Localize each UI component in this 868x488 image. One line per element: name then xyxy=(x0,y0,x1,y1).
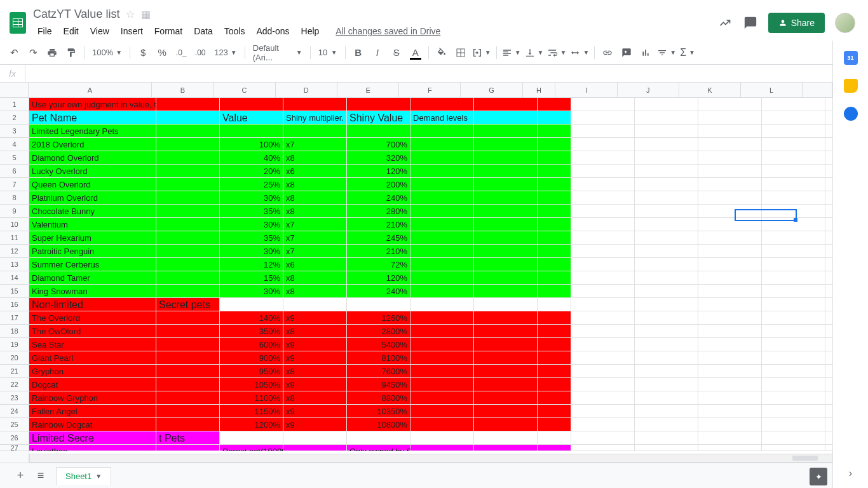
cell[interactable] xyxy=(698,98,762,111)
share-button[interactable]: Share xyxy=(768,13,825,33)
calendar-icon[interactable] xyxy=(844,51,858,65)
cell[interactable]: 1200% xyxy=(220,418,283,431)
col-header[interactable]: C xyxy=(214,83,275,97)
cell[interactable]: 600% xyxy=(220,338,283,351)
cell[interactable]: x8 xyxy=(283,365,347,378)
cell[interactable] xyxy=(571,245,635,258)
row-header[interactable]: 18 xyxy=(0,325,29,338)
cell[interactable]: Super Hexarium xyxy=(29,231,156,245)
cell[interactable] xyxy=(825,258,832,271)
cell[interactable]: x9 xyxy=(283,378,347,391)
cell[interactable] xyxy=(825,431,832,445)
cell[interactable]: Queen Overlord xyxy=(29,178,156,191)
strikethrough-button[interactable]: S xyxy=(388,44,405,62)
cell[interactable] xyxy=(474,445,538,451)
cell[interactable] xyxy=(538,191,571,205)
cell[interactable] xyxy=(474,298,538,311)
cell[interactable] xyxy=(635,445,698,451)
cell[interactable]: 280% xyxy=(347,205,410,218)
cell[interactable] xyxy=(762,151,825,165)
cell[interactable]: 1150% xyxy=(220,405,283,418)
cell[interactable] xyxy=(635,165,698,178)
cell[interactable] xyxy=(538,271,571,285)
cell[interactable] xyxy=(635,138,698,151)
cell[interactable] xyxy=(762,205,825,218)
cell[interactable] xyxy=(538,298,571,311)
cell[interactable]: x8 xyxy=(283,391,347,405)
cell[interactable] xyxy=(698,298,762,311)
cell[interactable] xyxy=(825,98,832,111)
cell[interactable] xyxy=(762,258,825,271)
cell[interactable] xyxy=(698,205,762,218)
cell[interactable] xyxy=(283,445,347,451)
cell[interactable]: Patroitic Penguin xyxy=(29,245,156,258)
cell[interactable] xyxy=(698,365,762,378)
cell[interactable] xyxy=(347,98,410,111)
cell[interactable] xyxy=(156,338,220,351)
cell[interactable]: 30% xyxy=(220,191,283,205)
cell[interactable] xyxy=(474,351,538,365)
cell[interactable] xyxy=(220,125,283,138)
row-header[interactable]: 9 xyxy=(0,205,29,218)
cell[interactable]: Use your own judgment in value, this is … xyxy=(29,98,156,111)
cell[interactable] xyxy=(410,271,474,285)
cell[interactable]: x8 xyxy=(283,151,347,165)
cell[interactable] xyxy=(410,325,474,338)
menu-add-ons[interactable]: Add-ons xyxy=(252,24,294,39)
font-size-dropdown[interactable]: 10▼ xyxy=(315,48,341,57)
cell[interactable] xyxy=(762,431,825,445)
cell[interactable] xyxy=(571,125,635,138)
cell[interactable] xyxy=(762,191,825,205)
cell[interactable] xyxy=(474,378,538,391)
cell[interactable] xyxy=(538,351,571,365)
cell[interactable] xyxy=(474,418,538,431)
cell[interactable]: x9 xyxy=(283,338,347,351)
cell[interactable] xyxy=(635,338,698,351)
cell[interactable]: 240% xyxy=(347,191,410,205)
cell[interactable] xyxy=(635,431,698,445)
cell[interactable] xyxy=(474,311,538,325)
menu-view[interactable]: View xyxy=(86,24,114,39)
row-header[interactable]: 13 xyxy=(0,258,29,271)
cell[interactable]: 10800% xyxy=(347,418,410,431)
cell[interactable] xyxy=(762,325,825,338)
menu-format[interactable]: Format xyxy=(150,24,187,39)
cell[interactable]: Platnium Overlord xyxy=(29,191,156,205)
cell[interactable] xyxy=(474,165,538,178)
cell[interactable]: Fallen Angel xyxy=(29,405,156,418)
cell[interactable] xyxy=(156,405,220,418)
sheet-tab[interactable]: Sheet1▼ xyxy=(56,467,111,485)
cell[interactable] xyxy=(410,445,474,451)
row-header[interactable]: 22 xyxy=(0,378,29,391)
chart-button[interactable] xyxy=(637,44,654,62)
cell[interactable]: 140% xyxy=(220,311,283,325)
cell[interactable] xyxy=(762,351,825,365)
row-header[interactable]: 26 xyxy=(0,431,29,445)
cell[interactable] xyxy=(410,378,474,391)
cell[interactable]: 20% xyxy=(220,165,283,178)
comment-button[interactable] xyxy=(618,44,635,62)
cell[interactable] xyxy=(474,365,538,378)
cell[interactable] xyxy=(571,271,635,285)
cell[interactable] xyxy=(474,151,538,165)
cell[interactable] xyxy=(698,378,762,391)
cell[interactable] xyxy=(571,218,635,231)
cell[interactable] xyxy=(538,205,571,218)
formula-input[interactable] xyxy=(25,69,868,78)
cell[interactable]: x8 xyxy=(283,191,347,205)
cell[interactable] xyxy=(410,245,474,258)
cell[interactable] xyxy=(410,298,474,311)
row-header[interactable]: 7 xyxy=(0,178,29,191)
cell[interactable] xyxy=(698,245,762,258)
cell[interactable] xyxy=(538,138,571,151)
cell[interactable]: x9 xyxy=(283,311,347,325)
cell[interactable] xyxy=(698,178,762,191)
cell[interactable]: Only owned by Sylently xyxy=(347,445,410,451)
cell[interactable]: x7 xyxy=(283,245,347,258)
cell[interactable] xyxy=(156,98,220,111)
cell[interactable] xyxy=(762,338,825,351)
col-header[interactable]: D xyxy=(276,83,337,97)
cell[interactable] xyxy=(762,125,825,138)
font-dropdown[interactable]: Default (Ari...▼ xyxy=(249,43,306,62)
cell[interactable]: 30% xyxy=(220,245,283,258)
